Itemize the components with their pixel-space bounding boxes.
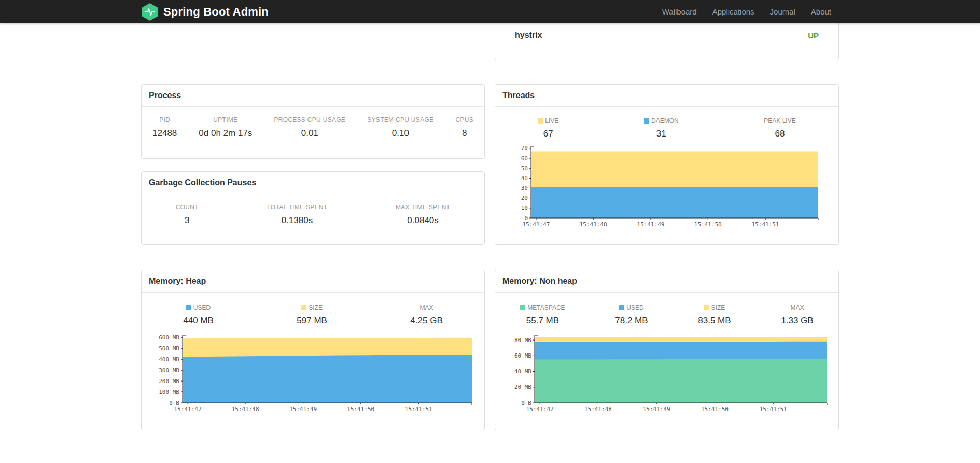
svg-text:30: 30 <box>521 185 528 192</box>
svg-text:15:41:51: 15:41:51 <box>752 221 779 228</box>
legend-label: PEAK LIVE <box>764 117 795 125</box>
memory-heap-panel-heading: Memory: Heap <box>142 270 484 293</box>
legend-value: 4.25 GB <box>410 316 442 326</box>
legend-value: 55.7 MB <box>520 316 565 326</box>
navbar: Spring Boot Admin Wallboard Applications… <box>0 0 980 23</box>
svg-text:0: 0 <box>524 215 528 222</box>
svg-text:40 MB: 40 MB <box>514 368 531 375</box>
metric-label: COUNT <box>176 203 199 211</box>
legend-label-text: MAX <box>420 304 433 311</box>
legend-label-text: MAX <box>790 304 804 311</box>
spring-boot-admin-logo-icon <box>141 3 159 21</box>
legend-value: 31 <box>644 129 679 139</box>
legend-label: LIVE <box>538 117 558 125</box>
metric-value: 0.01 <box>274 128 345 139</box>
nav-link[interactable]: About <box>803 0 839 23</box>
gc-panel: Garbage Collection Pauses COUNT 3 <box>141 171 485 245</box>
status-badge: UP <box>808 31 819 40</box>
threads-panel-title: Threads <box>502 91 535 100</box>
svg-text:15:41:47: 15:41:47 <box>174 406 201 413</box>
svg-text:15:41:48: 15:41:48 <box>584 406 612 413</box>
svg-text:15:41:51: 15:41:51 <box>404 406 432 413</box>
legend-label-text: USED <box>193 304 211 311</box>
svg-text:400 MB: 400 MB <box>159 356 179 363</box>
metric-value: 8 <box>455 128 473 139</box>
process-panel: Process PID 12488 UPTIME <box>141 84 485 159</box>
metric: MAX TIME SPENT 0.0840s <box>396 203 450 226</box>
metric-label: TOTAL TIME SPENT <box>267 203 327 211</box>
legend-value: 1.33 GB <box>781 316 813 326</box>
legend-item: METASPACE 55.7 MB <box>520 304 565 326</box>
memory-row: Memory: Heap USED 440 MB <box>141 270 839 430</box>
metric-value: 3 <box>176 215 199 226</box>
svg-text:0 B: 0 B <box>521 400 531 406</box>
application-status-table: hystrix UP <box>506 26 828 46</box>
legend-label: MAX <box>781 304 813 311</box>
svg-text:15:41:50: 15:41:50 <box>694 221 722 228</box>
brand-title: Spring Boot Admin <box>163 5 269 19</box>
svg-text:70: 70 <box>521 145 528 152</box>
svg-text:20: 20 <box>521 195 528 201</box>
svg-text:60 MB: 60 MB <box>514 352 531 359</box>
legend-label: METASPACE <box>520 304 565 311</box>
svg-text:50: 50 <box>521 165 528 172</box>
legend-item: MAX 1.33 GB <box>781 304 813 326</box>
legend-item: SIZE 83.5 MB <box>698 304 731 326</box>
legend-item: MAX 4.25 GB <box>410 304 442 326</box>
navbar-inner: Spring Boot Admin Wallboard Applications… <box>141 0 839 23</box>
legend-value: 68 <box>764 129 795 139</box>
metric-value: 12488 <box>152 128 177 139</box>
svg-text:15:41:50: 15:41:50 <box>347 406 374 413</box>
threads-legend: LIVE 67 DAEMON 31 <box>495 107 838 139</box>
svg-text:15:41:49: 15:41:49 <box>289 406 317 413</box>
application-row[interactable]: hystrix UP <box>506 26 828 46</box>
legend-label: MAX <box>410 304 442 311</box>
process-metrics: PID 12488 UPTIME 0d 0h 2m 17s <box>142 107 484 139</box>
svg-text:60: 60 <box>521 155 528 162</box>
legend-item: USED 440 MB <box>183 304 214 326</box>
metric-label: MAX TIME SPENT <box>396 203 450 211</box>
legend-label-text: DAEMON <box>651 117 679 125</box>
metric-value: 0d 0h 2m 17s <box>199 128 252 139</box>
brand-link[interactable]: Spring Boot Admin <box>141 3 269 21</box>
gc-metrics: COUNT 3 TOTAL TIME SPENT 0.1380s <box>142 194 484 226</box>
container: hystrix UP Process <box>141 23 839 430</box>
legend-swatch-icon <box>704 305 709 310</box>
nonheap-chart: 0 B20 MB40 MB60 MB80 MB15:41:4715:41:481… <box>495 333 838 414</box>
legend-item: PEAK LIVE 68 <box>764 117 795 139</box>
heap-legend: USED 440 MB SIZE <box>142 293 484 326</box>
process-threads-row: Process PID 12488 UPTIME <box>141 84 839 245</box>
legend-value: 78.2 MB <box>615 316 648 326</box>
svg-text:300 MB: 300 MB <box>159 367 179 374</box>
nav-links: Wallboard Applications Journal About <box>654 0 839 23</box>
legend-label: SIZE <box>297 304 327 311</box>
legend-value: 440 MB <box>183 316 214 326</box>
legend-item: LIVE 67 <box>538 117 558 139</box>
legend-item: SIZE 597 MB <box>297 304 327 326</box>
svg-text:40: 40 <box>521 175 528 182</box>
legend-item: USED 78.2 MB <box>615 304 648 326</box>
nav-link[interactable]: Journal <box>762 0 803 23</box>
metric-label: SYSTEM CPU USAGE <box>367 116 433 124</box>
nav-link[interactable]: Wallboard <box>654 0 705 23</box>
svg-text:15:41:49: 15:41:49 <box>637 221 665 228</box>
process-panel-title: Process <box>149 91 181 100</box>
metric: COUNT 3 <box>176 203 199 226</box>
nav-link[interactable]: Applications <box>705 0 762 23</box>
svg-text:500 MB: 500 MB <box>159 345 179 352</box>
metric: UPTIME 0d 0h 2m 17s <box>199 116 252 139</box>
svg-text:80 MB: 80 MB <box>514 337 531 344</box>
metric: PID 12488 <box>152 116 177 139</box>
gc-panel-heading: Garbage Collection Pauses <box>142 172 484 194</box>
threads-chart: 01020304050607015:41:4715:41:4815:41:491… <box>495 144 838 229</box>
metric-value: 0.10 <box>367 128 433 139</box>
nonheap-legend: METASPACE 55.7 MB USED <box>495 293 838 326</box>
svg-text:0 B: 0 B <box>169 400 179 406</box>
legend-item: DAEMON 31 <box>644 117 679 139</box>
metric-label: UPTIME <box>199 116 252 124</box>
metric: TOTAL TIME SPENT 0.1380s <box>267 203 327 226</box>
heap-chart: 0 B100 MB200 MB300 MB400 MB500 MB600 MB1… <box>142 333 484 414</box>
svg-text:15:41:51: 15:41:51 <box>760 406 787 413</box>
legend-label: DAEMON <box>644 117 679 125</box>
legend-swatch-icon <box>186 305 191 310</box>
